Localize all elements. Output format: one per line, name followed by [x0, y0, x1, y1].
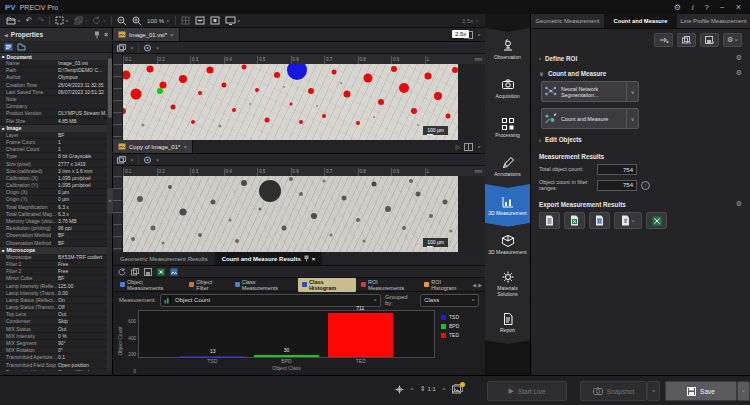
chevron-down-icon[interactable]: ∨: [477, 144, 481, 148]
property-row[interactable]: Filter 2Free: [0, 268, 107, 275]
display-settings-button[interactable]: ∨: [225, 16, 241, 25]
count-measure-section[interactable]: ∨ Count and Measure ⚙: [539, 69, 742, 77]
close-icon[interactable]: ×: [736, 2, 741, 12]
chevron-down-icon[interactable]: ∨: [626, 109, 638, 128]
layout-icon[interactable]: [464, 143, 473, 151]
property-row[interactable]: AuthorOlympus: [0, 74, 107, 81]
sidebar-item-annotations[interactable]: Annotations: [485, 145, 530, 188]
property-row[interactable]: Creation Time26/04/2023 11:32:35: [0, 82, 107, 89]
property-section-header[interactable]: ■Image: [0, 125, 107, 132]
scrollbar-thumb[interactable]: [108, 58, 112, 118]
property-row[interactable]: MIX Intensity0 %: [0, 333, 107, 340]
apply-to-image-button[interactable]: [654, 33, 673, 47]
property-row[interactable]: Top LensOut: [0, 311, 107, 318]
property-row[interactable]: Filter 1Free: [0, 261, 107, 268]
property-row[interactable]: Note: [0, 96, 107, 103]
properties-list[interactable]: ■DocumentNameImage_03.vsiPathD:\Temp\DEM…: [0, 53, 112, 371]
filter-count-value[interactable]: 754: [597, 180, 637, 191]
property-row[interactable]: Total Magnification6.3 x: [0, 204, 107, 211]
property-row[interactable]: Last Saved Time06/07/2023 10:51:32: [0, 89, 107, 96]
subtab-roi-measurements[interactable]: ROI Measurements: [357, 278, 419, 292]
subtab-class-measurements[interactable]: Class Measurements: [231, 278, 297, 292]
subtab-class-histogram[interactable]: Class Histogram: [298, 278, 356, 292]
magnification-dropdown[interactable]: 2.5x ∨: [462, 18, 479, 24]
property-section-header[interactable]: ■Document: [0, 53, 107, 60]
panel-tab-geometric-measurement[interactable]: Geometric Measurement: [531, 14, 604, 28]
property-row[interactable]: Observation MethodBF: [0, 240, 107, 247]
sidebar-item-acquisition[interactable]: Acquisition: [485, 67, 530, 110]
property-row[interactable]: Observation MethodBF: [0, 232, 107, 239]
chevron-down-icon[interactable]: ∨: [156, 157, 160, 161]
sidebar-item-processing[interactable]: Processing: [485, 106, 530, 149]
measurement-settings-button[interactable]: ⚙ ∨: [723, 33, 742, 47]
zoom-out-button[interactable]: [117, 16, 127, 26]
settings-gear-icon[interactable]: ⚙: [674, 3, 681, 12]
copy-results-icon[interactable]: [131, 268, 139, 276]
chevron-down-icon[interactable]: ∨: [410, 387, 414, 391]
subtab-object-measurements[interactable]: Object Measurements: [116, 278, 184, 292]
subtab-object-filter[interactable]: Object Filter: [185, 278, 229, 292]
select-tool-button[interactable]: ∨: [55, 16, 69, 25]
gear-icon[interactable]: ⚙: [736, 69, 742, 77]
property-row[interactable]: Lamp Status (Transm...Off: [0, 304, 107, 311]
chevron-down-icon[interactable]: ∨: [130, 45, 134, 49]
property-row[interactable]: Lamp Intensity (Refle...125.00: [0, 282, 107, 289]
export-table-button[interactable]: [539, 212, 560, 229]
save-options-dropdown[interactable]: ∨: [737, 381, 750, 401]
annotation-visibility-icon[interactable]: [143, 44, 152, 52]
actual-size-button[interactable]: [210, 16, 220, 25]
excel-export-results-icon[interactable]: [157, 268, 165, 276]
info-icon[interactable]: i: [692, 3, 694, 12]
gear-icon[interactable]: ⚙: [736, 54, 742, 62]
redo-button[interactable]: ↷: [37, 16, 44, 25]
properties-view-icon[interactable]: [4, 43, 13, 51]
chevron-down-icon[interactable]: ∨: [626, 82, 638, 101]
viewer2-specimen-image[interactable]: 100 µm: [123, 176, 458, 252]
save-results-icon[interactable]: [144, 268, 152, 276]
zoom-ratio-button[interactable]: ⇕ 1:1: [420, 385, 436, 393]
copy-tool-button[interactable]: ∨: [74, 16, 88, 25]
property-row[interactable]: Channel Count1: [0, 146, 107, 153]
property-row[interactable]: MicroscopeBX53M-TRF codiert: [0, 254, 107, 261]
sidebar-item-3d-measurement[interactable]: 3D Measurement: [485, 223, 530, 266]
property-row[interactable]: File Size4.85 MB: [0, 118, 107, 125]
export-csv-button[interactable]: [589, 212, 610, 229]
property-row[interactable]: LayerBF: [0, 132, 107, 139]
property-row[interactable]: Type8 bit Grayscale: [0, 153, 107, 160]
property-section-header[interactable]: ■Microscope: [0, 247, 107, 254]
scroll-right-icon[interactable]: ▶: [478, 282, 482, 288]
gallery-button[interactable]: [452, 384, 463, 394]
open-in-excel-button[interactable]: [646, 212, 667, 229]
property-row[interactable]: Product VersionOLYMPUS Stream M...: [0, 110, 107, 117]
overlay-layers-icon[interactable]: [117, 44, 126, 52]
count-and-measure-button[interactable]: Count and Measure ∨: [541, 108, 639, 129]
chevron-down-icon[interactable]: ∨: [130, 157, 134, 161]
property-row[interactable]: Company: [0, 103, 107, 110]
chevron-down-icon[interactable]: ∨: [442, 387, 446, 391]
rotate-tool-button[interactable]: ∨: [92, 16, 106, 25]
close-tab-icon[interactable]: ×: [312, 256, 316, 262]
property-row[interactable]: Frame Count1: [0, 139, 107, 146]
grouped-by-dropdown[interactable]: Class ∨: [420, 294, 479, 307]
close-tab-icon[interactable]: ×: [183, 144, 187, 150]
copy-measurement-button[interactable]: [677, 33, 696, 47]
total-object-count-value[interactable]: 754: [597, 164, 637, 175]
viewer1-tab[interactable]: Image_01.vsi* ×: [113, 28, 180, 41]
pin-icon[interactable]: [94, 31, 100, 39]
grid-view-button[interactable]: [181, 16, 190, 25]
sidebar-item-report[interactable]: Report: [485, 301, 530, 344]
results-tab[interactable]: Count and Measure Results×: [215, 252, 323, 265]
property-row[interactable]: Calibration (Y)1.095 µm/pixel: [0, 182, 107, 189]
property-row[interactable]: Mirror CubeBF: [0, 275, 107, 282]
properties-copy-icon[interactable]: [17, 43, 26, 51]
property-row[interactable]: Origin (X)0 µm: [0, 189, 107, 196]
property-row[interactable]: Total Calibrated Mag...6.3 x: [0, 211, 107, 218]
property-row[interactable]: CondenserSkip: [0, 318, 107, 325]
chevron-down-icon[interactable]: ∨: [477, 32, 481, 36]
annotation-visibility-icon[interactable]: [143, 156, 152, 164]
property-row[interactable]: MIX Rotation0°: [0, 347, 107, 354]
zoom-level-dropdown[interactable]: 100 % ∨: [147, 18, 170, 24]
crosshair-icon[interactable]: [395, 385, 404, 394]
neural-network-segmentation-button[interactable]: Neural Network Segmentation... ∨: [541, 81, 639, 102]
sidebar-item-observation[interactable]: Observation: [485, 28, 530, 71]
